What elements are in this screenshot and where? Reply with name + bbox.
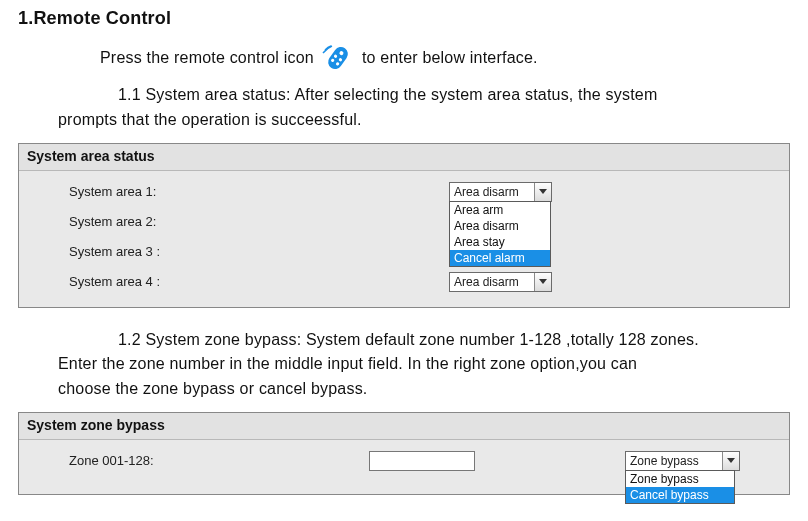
area-1-select[interactable]: Area disarm <box>449 182 552 202</box>
section-1-2-line2: Enter the zone number in the middle inpu… <box>58 355 637 372</box>
area-4-label: System area 4 : <box>31 274 449 289</box>
area-1-dropdown[interactable]: Area armArea disarmArea stayCancel alarm <box>449 201 551 267</box>
area-4-select-value: Area disarm <box>450 273 534 291</box>
section-1-2-text: 1.2 System zone bypass: System default z… <box>58 328 790 402</box>
dropdown-option[interactable]: Zone bypass <box>626 471 734 487</box>
area-1-select-value: Area disarm <box>450 183 534 201</box>
section-1-1-text: 1.1 System area status: After selecting … <box>58 83 790 133</box>
area-3-label: System area 3 : <box>31 244 449 259</box>
area-4-select[interactable]: Area disarm <box>449 272 552 292</box>
table-row: Zone 001-128: Zone bypass Zone bypassCan… <box>31 446 777 476</box>
section-1-2-line1: 1.2 System zone bypass: System default z… <box>118 331 699 348</box>
dropdown-option[interactable]: Cancel bypass <box>626 487 734 503</box>
section-1-1-line1: 1.1 System area status: After selecting … <box>118 86 657 103</box>
section-1-1-line2: prompts that the operation is succeessfu… <box>58 111 362 128</box>
system-area-status-panel: System area status System area 1: Area d… <box>18 143 790 308</box>
section-1-2-line3: choose the zone bypass or cancel bypass. <box>58 380 368 397</box>
chevron-down-icon <box>534 183 551 201</box>
chevron-down-icon <box>534 273 551 291</box>
intro-text-after: to enter below interface. <box>362 46 538 71</box>
dropdown-option[interactable]: Area disarm <box>450 218 550 234</box>
table-row: System area 2: <box>31 207 777 237</box>
zone-bypass-dropdown[interactable]: Zone bypassCancel bypass <box>625 470 735 504</box>
intro-paragraph: Press the remote control icon to enter b… <box>100 43 790 73</box>
zone-bypass-select[interactable]: Zone bypass <box>625 451 740 471</box>
chevron-down-icon <box>722 452 739 470</box>
system-zone-bypass-title: System zone bypass <box>19 413 789 440</box>
table-row: System area 4 : Area disarm <box>31 267 777 297</box>
remote-control-icon <box>320 43 356 73</box>
table-row: System area 1: Area disarm Area armArea … <box>31 177 777 207</box>
zone-number-input[interactable] <box>369 451 475 471</box>
dropdown-option[interactable]: Area arm <box>450 202 550 218</box>
area-2-label: System area 2: <box>31 214 449 229</box>
system-area-status-title: System area status <box>19 144 789 171</box>
table-row: System area 3 : <box>31 237 777 267</box>
svg-rect-0 <box>325 44 350 72</box>
area-1-label: System area 1: <box>31 184 449 199</box>
dropdown-option[interactable]: Cancel alarm <box>450 250 550 266</box>
dropdown-option[interactable]: Area stay <box>450 234 550 250</box>
zone-label: Zone 001-128: <box>31 453 369 468</box>
system-zone-bypass-panel: System zone bypass Zone 001-128: Zone by… <box>18 412 790 495</box>
zone-bypass-select-value: Zone bypass <box>626 452 722 470</box>
page-title: 1.Remote Control <box>18 8 790 29</box>
intro-text-before: Press the remote control icon <box>100 46 314 71</box>
